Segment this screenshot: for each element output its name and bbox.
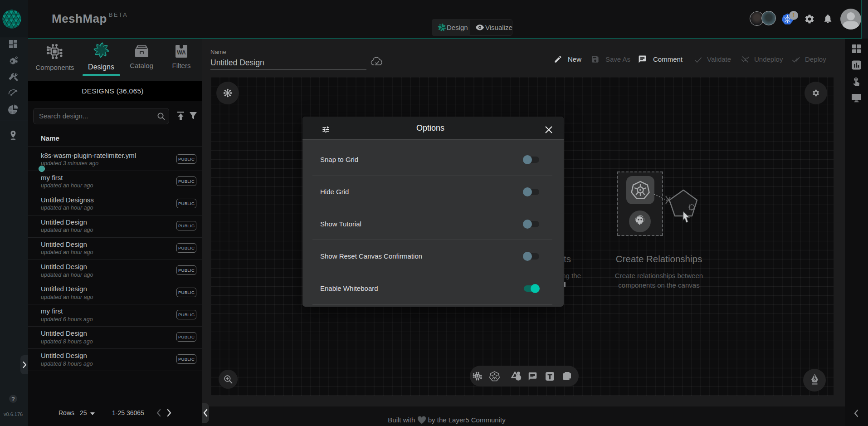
svg-text:?: ? [11,396,15,402]
svg-text:WA: WA [177,49,186,56]
